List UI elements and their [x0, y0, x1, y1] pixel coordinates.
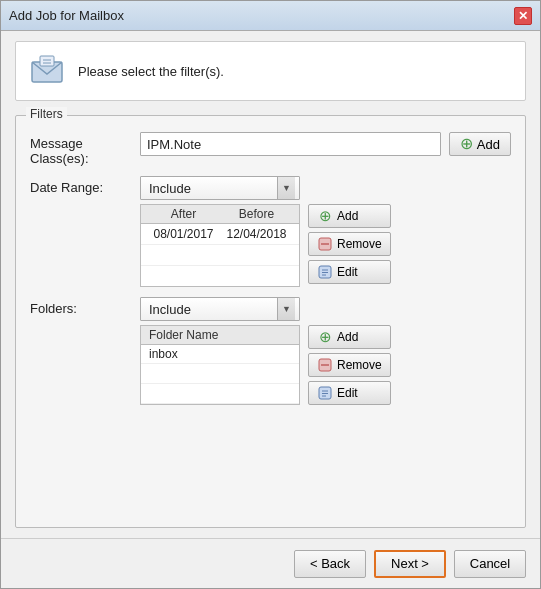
folders-label: Folders: [30, 297, 140, 316]
date-range-remove-button[interactable]: Remove [308, 232, 391, 256]
date-range-dropdown[interactable]: Include ▼ [140, 176, 300, 200]
folders-section: Include ▼ Folder Name inbox [140, 297, 391, 405]
folders-dropdown-arrow: ▼ [277, 298, 295, 320]
message-class-row: Message Class(es): ⊕ Add [30, 132, 511, 166]
date-range-table-header: After Before [141, 205, 299, 224]
date-range-select-row: Include ▼ [140, 176, 300, 200]
folders-content: Include ▼ Folder Name inbox [140, 297, 511, 405]
window-title: Add Job for Mailbox [9, 8, 124, 23]
folders-remove-button[interactable]: Remove [308, 353, 391, 377]
footer: < Back Next > Cancel [1, 538, 540, 588]
before-cell: 12/04/2018 [220, 226, 293, 242]
message-class-input[interactable] [140, 132, 441, 156]
folders-edit-button[interactable]: Edit [308, 381, 391, 405]
filters-group: Filters Message Class(es): ⊕ Add Date Ra… [15, 115, 526, 528]
date-range-row: Date Range: Include ▼ [30, 176, 511, 287]
main-content: Please select the filter(s). Filters Mes… [1, 31, 540, 538]
date-range-edit-label: Edit [337, 265, 358, 279]
info-icon [28, 52, 66, 90]
folders-dropdown-value: Include [145, 302, 277, 317]
close-button[interactable]: ✕ [514, 7, 532, 25]
date-range-table: After Before 08/01/2017 12/04/2018 [140, 204, 300, 287]
add-icon: ⊕ [317, 208, 333, 224]
folder-add-icon: ⊕ [317, 329, 333, 345]
folder-table-row-empty-1 [141, 364, 299, 384]
folder-table-header: Folder Name [141, 326, 299, 345]
cancel-button[interactable]: Cancel [454, 550, 526, 578]
after-cell: 08/01/2017 [147, 226, 220, 242]
folder-table: Folder Name inbox [140, 325, 300, 405]
filters-legend: Filters [26, 107, 67, 121]
folders-side-buttons: ⊕ Add Remove [308, 297, 391, 405]
folders-remove-label: Remove [337, 358, 382, 372]
date-range-add-button[interactable]: ⊕ Add [308, 204, 391, 228]
main-window: Add Job for Mailbox ✕ Please select the … [0, 0, 541, 589]
message-class-add-label: Add [477, 137, 500, 152]
message-class-content: ⊕ Add [140, 132, 511, 156]
folders-row: Folders: Include ▼ [30, 297, 511, 405]
next-button[interactable]: Next > [374, 550, 446, 578]
info-text: Please select the filter(s). [78, 64, 224, 79]
date-range-side-buttons: ⊕ Add Remove [308, 176, 391, 284]
back-button[interactable]: < Back [294, 550, 366, 578]
folders-add-button[interactable]: ⊕ Add [308, 325, 391, 349]
next-label: Next > [391, 556, 429, 571]
date-range-edit-button[interactable]: Edit [308, 260, 391, 284]
title-bar: Add Job for Mailbox ✕ [1, 1, 540, 31]
folders-dropdown[interactable]: Include ▼ [140, 297, 300, 321]
date-range-dropdown-value: Include [145, 181, 277, 196]
date-range-section: Include ▼ After Before 08/01/2 [140, 176, 391, 287]
date-range-remove-label: Remove [337, 237, 382, 251]
folder-table-row[interactable]: inbox [141, 345, 299, 364]
folder-remove-icon [317, 357, 333, 373]
date-range-dropdown-arrow: ▼ [277, 177, 295, 199]
svg-rect-1 [40, 56, 54, 66]
back-label: < Back [310, 556, 350, 571]
date-range-left: Include ▼ After Before 08/01/2 [140, 176, 300, 287]
folders-select-row: Include ▼ [140, 297, 300, 321]
folders-add-label: Add [337, 330, 358, 344]
cancel-label: Cancel [470, 556, 510, 571]
message-class-label: Message Class(es): [30, 132, 140, 166]
folder-name-header: Folder Name [149, 328, 218, 342]
date-range-content: Include ▼ After Before 08/01/2 [140, 176, 511, 287]
folder-edit-icon [317, 385, 333, 401]
folders-left: Include ▼ Folder Name inbox [140, 297, 300, 405]
table-row[interactable]: 08/01/2017 12/04/2018 [141, 224, 299, 245]
info-bar: Please select the filter(s). [15, 41, 526, 101]
table-row-empty-2 [141, 266, 299, 286]
folder-table-row-empty-2 [141, 384, 299, 404]
date-range-label: Date Range: [30, 176, 140, 195]
after-header: After [147, 207, 220, 221]
table-row-empty-1 [141, 245, 299, 266]
date-range-add-label: Add [337, 209, 358, 223]
folder-inbox: inbox [149, 347, 178, 361]
before-header: Before [220, 207, 293, 221]
folders-edit-label: Edit [337, 386, 358, 400]
message-class-add-button[interactable]: ⊕ Add [449, 132, 511, 156]
plus-icon: ⊕ [460, 136, 473, 152]
edit-icon [317, 264, 333, 280]
remove-icon [317, 236, 333, 252]
